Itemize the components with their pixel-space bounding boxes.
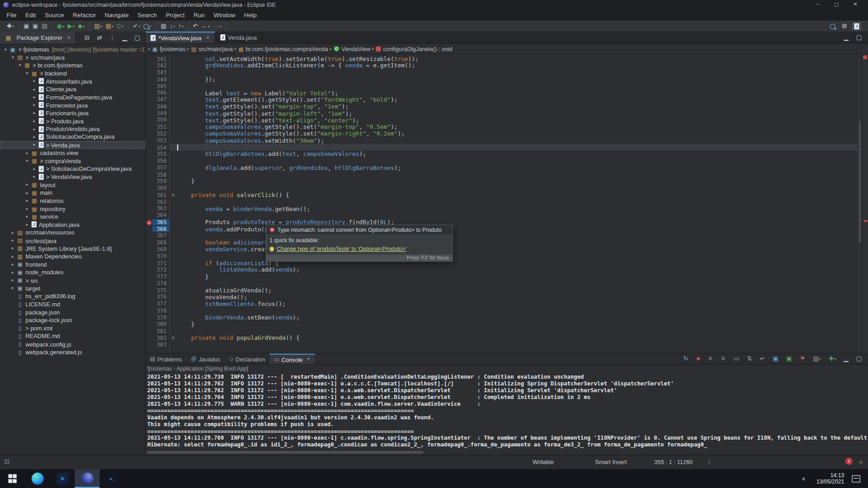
save-icon[interactable]: ▣ (22, 23, 31, 30)
line-number[interactable]: 366 (152, 226, 170, 232)
code-line[interactable]: ✕365 Produto produtoTeste = produtoRepos… (146, 219, 868, 225)
expand-arrow-icon[interactable]: ▸ (9, 270, 16, 275)
expand-arrow-icon[interactable]: ▸ (24, 182, 31, 187)
taskbar-clock[interactable]: 14:13 13/05/2021 (811, 472, 850, 485)
tree-item[interactable]: ▯package.json (0, 308, 145, 316)
run-icon[interactable]: ▶▾ (66, 23, 76, 30)
tree-item[interactable]: ▯LICENSE.md (0, 300, 145, 308)
line-number[interactable]: 379 (152, 314, 170, 320)
line-number[interactable]: 346 (152, 90, 170, 96)
code-line[interactable]: 359 } (146, 178, 868, 184)
menu-window[interactable]: Window (209, 10, 240, 19)
menu-search[interactable]: Search (133, 10, 161, 19)
code-line[interactable]: 350 text.getStyle().set("text-align", "c… (146, 117, 868, 123)
tree-item[interactable]: ▸▦repository (0, 205, 145, 213)
line-number[interactable]: 344 (152, 76, 170, 82)
quickfix-link[interactable]: Change type of 'produtoTeste' to 'Option… (277, 246, 406, 252)
restore-view-icon[interactable]: ⊡ (5, 458, 9, 465)
menu-navigate[interactable]: Navigate (100, 10, 133, 19)
line-number[interactable]: 351 (152, 124, 170, 130)
expand-arrow-icon[interactable]: ▸ (9, 286, 16, 291)
code-line[interactable]: 376 novaVenda(); (146, 293, 868, 300)
tree-item[interactable]: ▸▣node_modules (0, 268, 145, 277)
print-icon[interactable]: ▤ (40, 23, 49, 30)
open-perspective-icon[interactable]: ⊞ (840, 23, 849, 30)
code-line[interactable]: 369 vendaService.create(venda); (146, 246, 868, 253)
line-number[interactable]: 343 (152, 69, 170, 75)
line-number[interactable]: 345 (152, 83, 170, 89)
expand-arrow-icon[interactable]: ▸ (31, 103, 38, 108)
console-hscrollbar[interactable] (146, 450, 860, 455)
expand-arrow-icon[interactable]: ▸ (31, 135, 38, 140)
breadcrumb-item[interactable]: ▣fjsistemas (152, 45, 186, 52)
menu-source[interactable]: Source (40, 10, 68, 19)
code-line[interactable]: 341 col.setAutoWidth(true).setSortable(t… (146, 55, 868, 62)
open-console-icon[interactable]: ✚▾ (827, 355, 838, 362)
expand-arrow-icon[interactable]: ▸ (9, 246, 16, 251)
expand-arrow-icon[interactable]: ▸ (9, 238, 16, 243)
expand-arrow-icon[interactable]: ▸ (31, 142, 38, 147)
line-number[interactable]: 350 (152, 117, 170, 123)
taskbar-eclipse-icon[interactable] (75, 469, 99, 488)
tree-item[interactable]: ▸▣> src (0, 276, 145, 284)
link-with-editor-icon[interactable]: ⇄ (95, 34, 104, 41)
minimize-view-icon[interactable]: ▁ (842, 34, 850, 41)
package-explorer-tab[interactable]: ▦ Package Explorer ✕ (0, 32, 75, 44)
line-number[interactable]: 353 (152, 137, 170, 143)
tree-item[interactable]: ▸▦service (0, 212, 145, 221)
line-number[interactable]: 380 (152, 321, 170, 327)
expand-arrow-icon[interactable]: ▸ (31, 87, 38, 92)
code-line[interactable]: 346 Label text = new Label("Valor Total"… (146, 89, 868, 96)
line-number[interactable]: 376 (152, 294, 170, 300)
new-java-project-icon[interactable]: ▧▾ (93, 23, 104, 30)
previous-annotation-icon[interactable]: ↑▾ (177, 23, 185, 30)
code-line[interactable]: 354 (146, 144, 868, 150)
expand-arrow-icon[interactable]: ▸ (31, 111, 38, 116)
expand-arrow-icon[interactable]: ▾ (24, 158, 31, 163)
editor-tab[interactable]: J*VendaView.java✕ (146, 32, 215, 43)
show-stdout-when-changed-icon[interactable]: ▣ (771, 355, 780, 362)
view-menu-icon[interactable]: ⋮ (108, 34, 117, 41)
tree-item[interactable]: ▯webpack.generated.js (0, 348, 145, 356)
line-number[interactable]: 377 (152, 300, 170, 306)
code-line[interactable]: 344 }); (146, 76, 868, 83)
line-number[interactable]: 362 (152, 198, 170, 204)
code-line[interactable]: 379 binderVenda.setBean(venda); (146, 314, 868, 321)
tree-item[interactable]: ▸▦relatorios (0, 197, 145, 205)
line-number[interactable]: 365 (152, 219, 170, 225)
code-line[interactable]: 363 venda = binderVenda.getBean(); (146, 205, 868, 212)
breadcrumb-item[interactable]: ▦br.com.fjsistemas.compraVenda (238, 45, 328, 52)
code-line[interactable]: 377 txtNomeCliente.focus(); (146, 300, 868, 307)
new-wizard-icon[interactable]: ✚▾ (5, 23, 16, 30)
code-line[interactable]: 353 campoSomaValores.setWidth("30em"); (146, 137, 868, 144)
maximize-view-icon[interactable]: ▢ (132, 34, 142, 41)
expand-arrow-icon[interactable]: ▾ (9, 55, 16, 60)
collapse-all-icon[interactable]: ⊟ (83, 34, 91, 41)
open-task-icon[interactable]: ✔▾ (131, 23, 142, 30)
code-line[interactable]: 367 (146, 232, 868, 239)
tree-item[interactable]: ▸JAlmoxarifado.java (0, 77, 145, 85)
overview-error-mark-icon[interactable] (863, 220, 868, 222)
line-number[interactable]: 364 (152, 212, 170, 218)
expand-arrow-icon[interactable]: ▸ (31, 174, 38, 179)
line-number[interactable]: 375 (152, 287, 170, 293)
expand-arrow-icon[interactable]: ▸ (9, 254, 16, 259)
expand-arrow-icon[interactable]: ▸ (31, 166, 38, 171)
tree-item[interactable]: ▾▦> br.com.fjsistemas (0, 61, 145, 70)
quick-access-search-icon[interactable] (828, 23, 837, 30)
code-line[interactable]: 357 dlgJanela.add(superior, grdVendidos,… (146, 164, 868, 171)
tree-item[interactable]: ▸▦main (0, 189, 145, 197)
tips-icon[interactable]: ☼ (858, 458, 863, 465)
start-button[interactable] (0, 469, 25, 488)
statusbar-overflow-icon[interactable]: ⋮ (706, 459, 712, 465)
tree-item[interactable]: ▸▦layout (0, 181, 145, 189)
line-number[interactable]: 342 (152, 62, 170, 68)
console-tab-problems[interactable]: ▤Problems (146, 353, 186, 364)
close-tab-icon[interactable]: ✕ (206, 35, 210, 40)
pin-console-icon[interactable]: ⚑ (798, 355, 807, 362)
forward-icon[interactable]: →▾ (211, 23, 223, 30)
line-number[interactable]: 361 (152, 192, 170, 197)
relaunch-icon[interactable]: ↻ (682, 355, 690, 362)
code-line[interactable]: 378 (146, 307, 868, 314)
remove-all-launches-icon[interactable]: ✕ (719, 355, 727, 362)
